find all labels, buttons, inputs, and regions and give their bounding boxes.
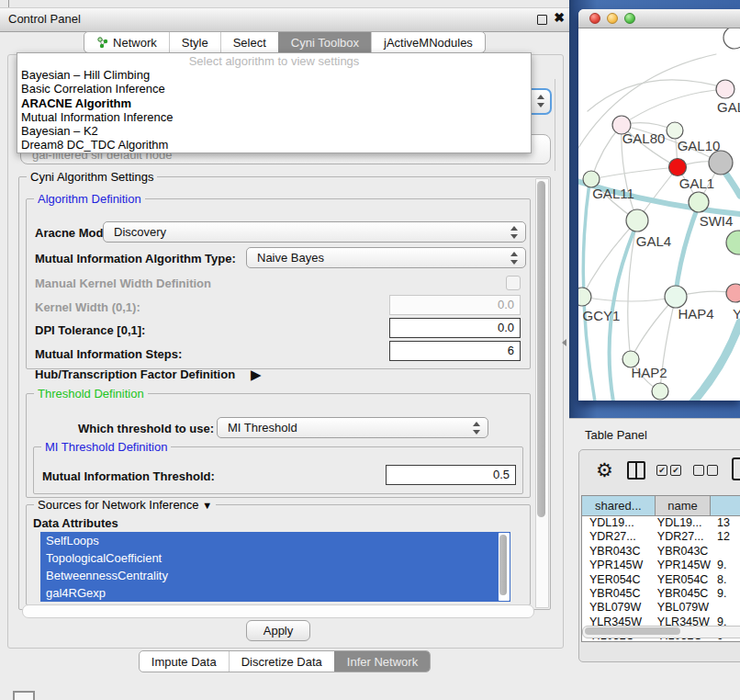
close-traffic-light-icon[interactable] — [589, 13, 600, 24]
algorithm-option[interactable]: ARACNE Algorithm — [17, 96, 531, 110]
table-row[interactable]: YBR045CYBR045C9. — [582, 587, 740, 601]
network-node-gal1[interactable] — [669, 159, 687, 176]
data-attributes-list[interactable]: SelfLoopsTopologicalCoefficientBetweenne… — [40, 532, 510, 602]
network-node[interactable] — [726, 231, 740, 254]
network-edge[interactable] — [676, 205, 699, 293]
table-row[interactable]: YBL079WYBL079W — [582, 601, 740, 615]
zoom-traffic-light-icon[interactable] — [624, 13, 635, 24]
network-node-gal10[interactable] — [667, 122, 683, 139]
close-icon[interactable]: ✖ — [554, 10, 565, 25]
table-horizontal-scrollbar[interactable] — [582, 626, 740, 638]
network-edge[interactable] — [591, 167, 678, 179]
network-node-label: GAL80 — [622, 130, 666, 146]
network-node-hap4[interactable] — [665, 286, 687, 308]
inference-algorithm-combo-fragment[interactable] — [530, 88, 552, 115]
document-icon[interactable] — [732, 457, 740, 480]
tab-cyni-toolbox[interactable]: Cyni Toolbox — [278, 32, 371, 52]
network-node-gcy1[interactable] — [578, 288, 591, 306]
mi-type-value: Naive Bayes — [257, 251, 324, 265]
table-row[interactable]: YBR043CYBR043C — [582, 545, 740, 559]
attr-list-scrollbar[interactable] — [499, 533, 510, 601]
tab-label: jActiveMNodules — [384, 36, 473, 50]
tab-infer-network[interactable]: Infer Network — [334, 651, 430, 672]
network-node-y[interactable] — [726, 284, 740, 302]
mi-threshold-field[interactable]: 0.5 — [386, 465, 516, 485]
network-node-label: GCY1 — [583, 308, 621, 323]
tab-jactivemnodules[interactable]: jActiveMNodules — [371, 32, 485, 52]
tab-impute-data[interactable]: Impute Data — [140, 651, 229, 672]
unchecked-checkbox-icon[interactable] — [707, 465, 718, 476]
network-view-canvas[interactable]: GALGAL80GAL10GAL1GAL11SWI4GAL4GCY1HAP4YH… — [578, 28, 740, 401]
settings-vertical-scrollbar[interactable] — [535, 178, 549, 608]
apply-button[interactable]: Apply — [246, 620, 310, 641]
data-attribute-item[interactable]: TopologicalCoefficient — [40, 549, 510, 567]
cyni-algorithm-settings-title: Cyni Algorithm Settings — [27, 170, 157, 184]
panel-divider-handle[interactable] — [562, 339, 566, 346]
column-header[interactable]: name — [656, 496, 712, 515]
network-window-titlebar[interactable] — [578, 9, 740, 28]
network-edge[interactable] — [622, 89, 725, 125]
table-cell: YBR045C — [656, 587, 711, 601]
checked-checkbox-icon[interactable]: ✔ — [670, 465, 681, 476]
algorithm-option[interactable]: Bayesian – Hill Climbing — [17, 68, 531, 82]
algorithm-option[interactable]: Basic Correlation Inference — [17, 82, 531, 96]
algorithm-option[interactable]: Dream8 DC_TDC Algorithm — [17, 138, 531, 152]
algorithm-option[interactable]: Mutual Information Inference — [17, 110, 531, 124]
algorithm-dropdown-popup: Select algorithm to view settings Bayesi… — [17, 52, 532, 153]
sources-expand-arrow-icon[interactable]: ▼ — [202, 500, 212, 511]
mi-type-combo[interactable]: Naive Bayes — [246, 247, 526, 268]
gear-icon[interactable]: ⚙ — [596, 459, 613, 481]
hub-definition-label[interactable]: Hub/Transcription Factor Definition — [35, 367, 235, 381]
network-node[interactable] — [723, 28, 740, 49]
sources-title[interactable]: Sources for Network Inference ▼ — [34, 498, 216, 512]
checked-checkbox-icon[interactable]: ✔ — [656, 465, 667, 476]
tab-select[interactable]: Select — [220, 32, 278, 52]
attr-list-scroll-thumb[interactable] — [499, 535, 507, 595]
minimize-traffic-light-icon[interactable] — [607, 13, 618, 24]
network-node[interactable] — [652, 383, 668, 400]
network-node-swi4[interactable] — [689, 192, 709, 212]
data-attribute-item[interactable]: BetweennessCentrality — [40, 567, 510, 584]
unchecked-checkbox-icon[interactable] — [693, 465, 704, 476]
kernel-width-field[interactable]: 0.0 — [389, 295, 521, 315]
dpi-tolerance-field[interactable]: 0.0 — [389, 318, 521, 338]
tab-style[interactable]: Style — [169, 32, 220, 52]
network-node[interactable] — [709, 151, 733, 175]
aracne-mode-combo[interactable]: Discovery — [103, 221, 526, 243]
split-columns-icon[interactable] — [627, 461, 645, 480]
top-strip-line — [8, 0, 9, 7]
column-header[interactable] — [711, 496, 740, 515]
manual-kernel-checkbox[interactable] — [506, 276, 521, 290]
tab-network[interactable]: Network — [84, 32, 169, 52]
mi-steps-field[interactable]: 6 — [389, 341, 521, 361]
table-row[interactable]: YER054CYER054C8. — [582, 573, 740, 587]
kernel-width-label: Kernel Width (0,1): — [35, 300, 140, 314]
table-hscroll-thumb[interactable] — [585, 627, 680, 635]
data-attributes-label: Data Attributes — [33, 516, 118, 530]
which-threshold-combo[interactable]: MI Threshold — [217, 417, 488, 438]
network-node-gal[interactable] — [716, 80, 734, 98]
network-edge[interactable] — [690, 322, 740, 401]
network-node-gal4[interactable] — [626, 209, 648, 231]
settings-horizontal-scrollbar[interactable] — [22, 604, 534, 618]
settings-vscroll-thumb[interactable] — [537, 181, 545, 517]
data-attribute-item[interactable]: gal4RGexp — [40, 584, 510, 602]
table-row[interactable]: YPR145WYPR145W9. — [582, 559, 740, 572]
network-node-label: GAL — [717, 99, 740, 115]
algorithm-option[interactable]: Bayesian – K2 — [17, 124, 531, 138]
tab-label: Discretize Data — [241, 655, 322, 669]
network-node-label: Y — [733, 306, 740, 322]
manual-kernel-label: Manual Kernel Width Definition — [35, 277, 211, 290]
table-row[interactable]: YDR27...YDR27...12 — [582, 530, 740, 544]
bottom-corner-widget[interactable] — [13, 691, 35, 700]
algorithm-dropdown-placeholder: Select algorithm to view settings — [17, 53, 531, 68]
network-edge[interactable] — [582, 297, 676, 301]
hub-collapse-arrow-icon[interactable]: ▶ — [251, 367, 262, 383]
float-window-icon[interactable] — [537, 15, 547, 25]
network-node-label: GAL1 — [679, 175, 714, 191]
column-header[interactable]: shared... — [582, 496, 656, 515]
data-attribute-item[interactable]: SelfLoops — [40, 532, 510, 549]
table-cell: 12 — [711, 530, 740, 544]
tab-discretize-data[interactable]: Discretize Data — [229, 651, 334, 672]
table-row[interactable]: YDL19...YDL19...13 — [582, 516, 740, 530]
